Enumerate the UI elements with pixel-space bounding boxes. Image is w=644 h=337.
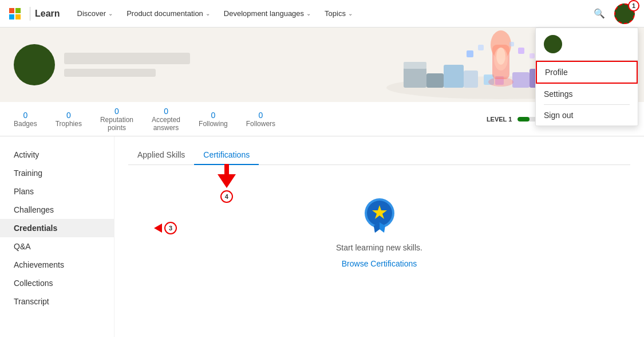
svg-rect-10 xyxy=(512,72,530,88)
xp-progress-fill xyxy=(517,117,529,122)
nav-items: Discover ⌄ Product documentation ⌄ Devel… xyxy=(72,6,591,21)
svg-rect-4 xyxy=(444,65,464,88)
dropdown-settings[interactable]: Settings xyxy=(536,84,638,104)
brand-name: Learn xyxy=(35,9,60,19)
svg-rect-18 xyxy=(467,50,473,57)
svg-rect-20 xyxy=(518,48,524,54)
profile-avatar xyxy=(14,44,55,85)
content-area: Applied Skills Certifications 4 xyxy=(114,136,644,337)
main-content: Activity Training Plans Challenges Crede… xyxy=(0,136,644,337)
svg-rect-1 xyxy=(404,68,426,88)
dropdown-profile[interactable]: Profile 2 xyxy=(536,61,638,84)
nav-topics[interactable]: Topics ⌄ xyxy=(319,6,358,21)
profile-sub-bar xyxy=(64,69,156,77)
empty-state-text: Start learning new skills. xyxy=(336,243,422,252)
tab-certifications[interactable]: Certifications 4 xyxy=(194,146,259,165)
stat-followers: 0 Followers xyxy=(246,111,275,128)
user-avatar-button[interactable]: 1 xyxy=(614,3,635,24)
chevron-icon: ⌄ xyxy=(306,10,311,17)
stat-following: 0 Following xyxy=(199,111,228,128)
ms-grid-icon xyxy=(9,8,21,19)
top-navigation: Learn Discover ⌄ Product documentation ⌄… xyxy=(0,0,644,28)
svg-rect-21 xyxy=(530,53,535,58)
nav-dev-languages[interactable]: Development languages ⌄ xyxy=(218,6,317,21)
microsoft-logo[interactable] xyxy=(9,8,21,19)
nav-right: 🔍 1 xyxy=(591,3,635,24)
sidebar-item-training[interactable]: Training xyxy=(0,164,114,182)
nav-product-docs[interactable]: Product documentation ⌄ xyxy=(121,6,216,21)
annotation-3-badge: 3 xyxy=(164,222,177,234)
svg-rect-5 xyxy=(464,70,478,88)
annotation-4-badge: 4 xyxy=(220,190,233,203)
svg-rect-22 xyxy=(509,42,514,46)
dropdown-header xyxy=(536,28,638,61)
profile-name-bar xyxy=(64,53,190,64)
dropdown-signout[interactable]: Sign out xyxy=(536,105,638,126)
nav-divider xyxy=(30,7,30,21)
dropdown-avatar xyxy=(544,35,562,53)
profile-name-area xyxy=(64,53,190,77)
stat-trophies: 0 Trophies xyxy=(56,111,82,128)
svg-rect-19 xyxy=(478,45,484,50)
sidebar-item-collections[interactable]: Collections xyxy=(0,274,114,292)
cert-badge-icon xyxy=(362,197,397,236)
sidebar-item-plans[interactable]: Plans xyxy=(0,182,114,201)
sidebar-item-achievements[interactable]: Achievements xyxy=(0,256,114,274)
stat-accepted-answers: 0 Accepted answers xyxy=(152,107,180,132)
stat-badges: 0 Badges xyxy=(14,111,37,128)
tab-applied-skills[interactable]: Applied Skills xyxy=(128,146,194,165)
annotation-1-badge: 1 xyxy=(628,0,639,11)
nav-discover[interactable]: Discover ⌄ xyxy=(72,6,119,21)
sidebar-item-qa[interactable]: Q&A xyxy=(0,237,114,256)
sidebar-item-transcript[interactable]: Transcript xyxy=(0,292,114,311)
svg-point-17 xyxy=(496,48,505,65)
sidebar-item-challenges[interactable]: Challenges xyxy=(0,201,114,219)
browse-certifications-link[interactable]: Browse Certifications xyxy=(342,259,417,268)
user-dropdown-menu: Profile 2 Settings Sign out xyxy=(535,28,638,126)
chevron-icon: ⌄ xyxy=(108,10,113,17)
tabs-container: Applied Skills Certifications 4 xyxy=(128,146,630,165)
certifications-empty-state: Start learning new skills. Browse Certif… xyxy=(128,179,630,287)
search-button[interactable]: 🔍 xyxy=(591,6,607,21)
stat-reputation: 0 Reputation points xyxy=(100,107,133,132)
sidebar-item-activity[interactable]: Activity xyxy=(0,146,114,164)
svg-rect-3 xyxy=(426,73,444,88)
sidebar: Activity Training Plans Challenges Crede… xyxy=(0,136,114,337)
chevron-icon: ⌄ xyxy=(348,10,353,17)
sidebar-item-credentials[interactable]: Credentials 3 xyxy=(0,219,114,237)
svg-rect-2 xyxy=(404,62,426,69)
chevron-icon: ⌄ xyxy=(206,10,210,17)
